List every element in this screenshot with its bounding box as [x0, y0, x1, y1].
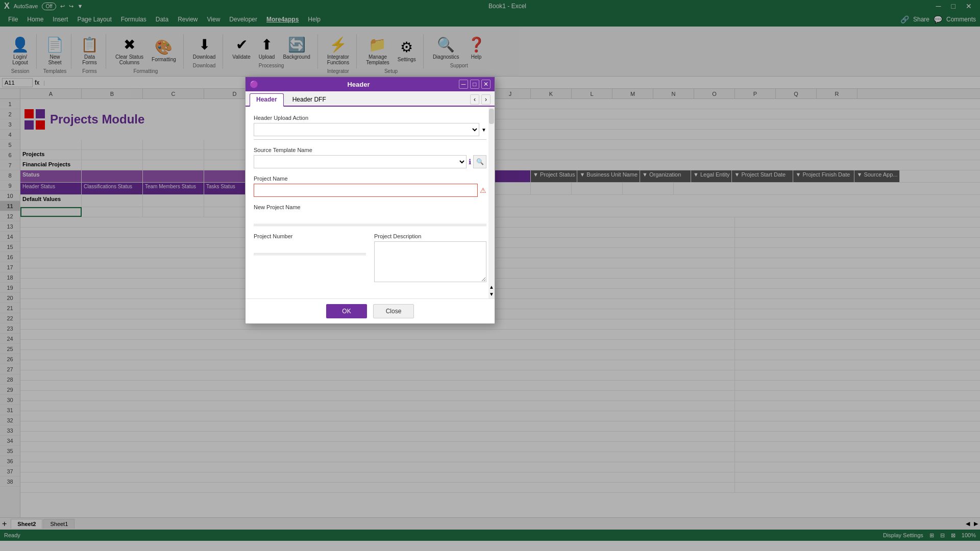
modal-restore-button[interactable]: □ [470, 80, 479, 89]
modal-tab-header-dff[interactable]: Header DFF [286, 93, 333, 106]
new-project-name-label: New Project Name [254, 204, 486, 210]
source-template-label: Source Template Name [254, 147, 486, 153]
form-col-number: Project Number [254, 233, 366, 283]
upload-action-select[interactable] [254, 123, 479, 136]
project-name-input[interactable] [254, 184, 478, 197]
ok-button[interactable]: OK [326, 304, 367, 318]
modal-footer: OK Close [246, 298, 495, 323]
source-template-select[interactable] [254, 155, 467, 168]
modal-nav-next[interactable]: › [481, 94, 491, 105]
form-field-project-number-desc: Project Number Project Description [254, 233, 486, 283]
scroll-up-btn[interactable]: ▲ [489, 284, 494, 290]
form-field-project-name: Project Name ⚠ [254, 176, 486, 197]
form-col-description: Project Description [374, 233, 486, 283]
modal-minimize-button[interactable]: ─ [459, 80, 468, 89]
modal-title: Header [347, 81, 370, 88]
form-field-source-template: Source Template Name ℹ 🔍 [254, 147, 486, 168]
upload-action-label: Header Upload Action [254, 115, 486, 121]
form-row-number-desc: Project Number Project Description [254, 233, 486, 283]
modal-scrollbar[interactable]: ▲ ▼ [488, 107, 495, 298]
upload-action-dropdown-icon: ▼ [481, 127, 486, 133]
new-project-name-input[interactable] [254, 212, 486, 224]
modal-tab-bar: Header Header DFF ‹ › [246, 91, 495, 107]
modal-nav-prev[interactable]: ‹ [470, 94, 479, 105]
modal-scrollbar-thumb [489, 109, 494, 124]
project-description-textarea[interactable] [374, 241, 486, 282]
source-template-search-button[interactable]: 🔍 [473, 155, 486, 168]
modal-icon: 🟣 [250, 80, 258, 88]
modal-dialog: 🟣 Header ─ □ ✕ Header Header DFF ‹ › Hea… [245, 77, 495, 324]
project-number-label: Project Number [254, 233, 366, 239]
scroll-down-btn[interactable]: ▼ [489, 291, 494, 297]
modal-nav: ‹ › [470, 93, 491, 106]
project-name-label: Project Name [254, 176, 486, 182]
close-button[interactable]: Close [373, 304, 414, 318]
modal-close-button[interactable]: ✕ [481, 80, 491, 89]
form-field-new-project-name: New Project Name [254, 204, 486, 226]
form-field-upload-action: Header Upload Action ▼ [254, 115, 486, 140]
modal-tab-header[interactable]: Header [250, 93, 284, 107]
project-number-input[interactable] [254, 241, 366, 254]
modal-title-controls: ─ □ ✕ [459, 80, 491, 89]
source-template-input-group: ℹ 🔍 [254, 155, 486, 168]
source-template-info-icon[interactable]: ℹ [469, 158, 471, 166]
modal-title-bar: 🟣 Header ─ □ ✕ [246, 77, 495, 91]
project-description-label: Project Description [374, 233, 486, 239]
project-name-input-group: ⚠ [254, 184, 486, 197]
project-name-error-icon: ⚠ [480, 186, 486, 194]
modal-body: Header Upload Action ▼ Source Template N… [246, 107, 495, 298]
